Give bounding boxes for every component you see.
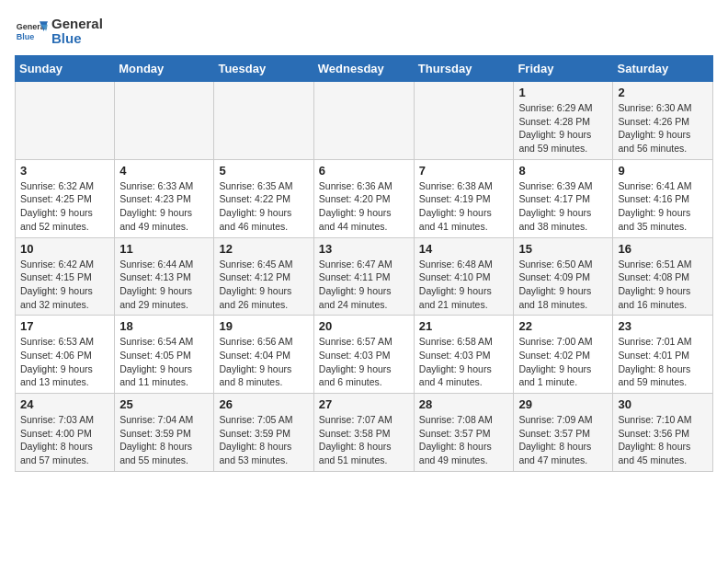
calendar-week-row: 10Sunrise: 6:42 AM Sunset: 4:15 PM Dayli…: [16, 237, 713, 316]
day-info: Sunrise: 6:54 AM Sunset: 4:05 PM Dayligh…: [119, 335, 209, 389]
calendar-cell: 26Sunrise: 7:05 AM Sunset: 3:59 PM Dayli…: [214, 394, 313, 472]
calendar-cell: 29Sunrise: 7:09 AM Sunset: 3:57 PM Dayli…: [514, 394, 613, 472]
day-info: Sunrise: 6:35 AM Sunset: 4:22 PM Dayligh…: [219, 179, 308, 234]
day-number: 22: [518, 319, 608, 333]
calendar-cell: 8Sunrise: 6:39 AM Sunset: 4:17 PM Daylig…: [514, 159, 613, 237]
calendar-cell: 1Sunrise: 6:29 AM Sunset: 4:28 PM Daylig…: [514, 82, 613, 160]
day-number: 10: [20, 242, 109, 256]
page-header: General Blue General Blue: [15, 15, 713, 48]
calendar-cell: [313, 82, 414, 160]
day-number: 13: [319, 242, 409, 256]
day-info: Sunrise: 7:00 AM Sunset: 4:02 PM Dayligh…: [518, 335, 608, 389]
calendar-cell: 9Sunrise: 6:41 AM Sunset: 4:16 PM Daylig…: [613, 159, 713, 237]
day-number: 1: [518, 86, 608, 99]
calendar-cell: 2Sunrise: 6:30 AM Sunset: 4:26 PM Daylig…: [613, 82, 713, 160]
svg-text:Blue: Blue: [17, 32, 35, 41]
day-info: Sunrise: 6:58 AM Sunset: 4:03 PM Dayligh…: [419, 335, 509, 389]
day-number: 15: [518, 242, 608, 256]
day-info: Sunrise: 6:50 AM Sunset: 4:09 PM Dayligh…: [518, 258, 608, 312]
day-info: Sunrise: 6:47 AM Sunset: 4:11 PM Dayligh…: [319, 258, 409, 312]
day-number: 19: [219, 319, 308, 333]
calendar-cell: 21Sunrise: 6:58 AM Sunset: 4:03 PM Dayli…: [414, 316, 514, 394]
day-number: 30: [618, 397, 708, 411]
day-number: 24: [20, 397, 109, 411]
day-number: 9: [618, 164, 708, 178]
day-number: 18: [119, 319, 209, 333]
day-info: Sunrise: 6:44 AM Sunset: 4:13 PM Dayligh…: [119, 258, 209, 312]
day-number: 16: [618, 242, 708, 256]
calendar-cell: 16Sunrise: 6:51 AM Sunset: 4:08 PM Dayli…: [613, 237, 713, 316]
calendar-cell: 6Sunrise: 6:36 AM Sunset: 4:20 PM Daylig…: [313, 159, 414, 237]
day-number: 3: [20, 164, 109, 178]
day-info: Sunrise: 7:04 AM Sunset: 3:59 PM Dayligh…: [119, 413, 209, 467]
calendar-week-row: 1Sunrise: 6:29 AM Sunset: 4:28 PM Daylig…: [16, 82, 713, 160]
calendar-week-row: 24Sunrise: 7:03 AM Sunset: 4:00 PM Dayli…: [16, 394, 713, 472]
calendar-cell: 24Sunrise: 7:03 AM Sunset: 4:00 PM Dayli…: [16, 394, 115, 472]
day-info: Sunrise: 7:03 AM Sunset: 4:00 PM Dayligh…: [20, 413, 109, 467]
weekday-header: Monday: [115, 56, 214, 82]
day-number: 12: [219, 242, 308, 256]
day-info: Sunrise: 6:53 AM Sunset: 4:06 PM Dayligh…: [20, 335, 109, 389]
calendar-cell: 15Sunrise: 6:50 AM Sunset: 4:09 PM Dayli…: [514, 237, 613, 316]
day-info: Sunrise: 6:51 AM Sunset: 4:08 PM Dayligh…: [618, 258, 708, 312]
day-number: 17: [20, 319, 109, 333]
logo: General Blue General Blue: [15, 15, 103, 48]
calendar-cell: 10Sunrise: 6:42 AM Sunset: 4:15 PM Dayli…: [16, 237, 115, 316]
logo-general: General: [51, 17, 103, 32]
day-info: Sunrise: 6:30 AM Sunset: 4:26 PM Dayligh…: [618, 101, 708, 155]
day-info: Sunrise: 7:05 AM Sunset: 3:59 PM Dayligh…: [219, 413, 308, 467]
day-number: 11: [119, 242, 209, 256]
day-info: Sunrise: 6:56 AM Sunset: 4:04 PM Dayligh…: [219, 335, 308, 389]
day-info: Sunrise: 6:33 AM Sunset: 4:23 PM Dayligh…: [119, 179, 209, 234]
calendar-cell: 23Sunrise: 7:01 AM Sunset: 4:01 PM Dayli…: [613, 316, 713, 394]
day-number: 4: [119, 164, 209, 178]
day-info: Sunrise: 6:42 AM Sunset: 4:15 PM Dayligh…: [20, 258, 109, 312]
day-number: 26: [219, 397, 308, 411]
calendar-cell: 30Sunrise: 7:10 AM Sunset: 3:56 PM Dayli…: [613, 394, 713, 472]
calendar-cell: 27Sunrise: 7:07 AM Sunset: 3:58 PM Dayli…: [313, 394, 414, 472]
day-info: Sunrise: 7:01 AM Sunset: 4:01 PM Dayligh…: [618, 335, 708, 389]
day-number: 8: [518, 164, 608, 178]
day-number: 25: [119, 397, 209, 411]
day-number: 2: [618, 86, 708, 99]
day-number: 20: [319, 319, 409, 333]
calendar-cell: 4Sunrise: 6:33 AM Sunset: 4:23 PM Daylig…: [115, 159, 214, 237]
weekday-header: Sunday: [16, 56, 115, 82]
calendar-cell: 11Sunrise: 6:44 AM Sunset: 4:13 PM Dayli…: [115, 237, 214, 316]
day-info: Sunrise: 6:32 AM Sunset: 4:25 PM Dayligh…: [20, 179, 109, 234]
calendar-cell: 22Sunrise: 7:00 AM Sunset: 4:02 PM Dayli…: [514, 316, 613, 394]
calendar-cell: 13Sunrise: 6:47 AM Sunset: 4:11 PM Dayli…: [313, 237, 414, 316]
day-info: Sunrise: 6:48 AM Sunset: 4:10 PM Dayligh…: [419, 258, 509, 312]
weekday-header: Saturday: [613, 56, 713, 82]
day-number: 14: [419, 242, 509, 256]
calendar-cell: 12Sunrise: 6:45 AM Sunset: 4:12 PM Dayli…: [214, 237, 313, 316]
day-info: Sunrise: 7:07 AM Sunset: 3:58 PM Dayligh…: [319, 413, 409, 467]
calendar-cell: 17Sunrise: 6:53 AM Sunset: 4:06 PM Dayli…: [16, 316, 115, 394]
day-info: Sunrise: 6:29 AM Sunset: 4:28 PM Dayligh…: [518, 101, 608, 155]
calendar-cell: [214, 82, 313, 160]
day-number: 29: [518, 397, 608, 411]
calendar-cell: 20Sunrise: 6:57 AM Sunset: 4:03 PM Dayli…: [313, 316, 414, 394]
day-number: 28: [419, 397, 509, 411]
day-info: Sunrise: 6:57 AM Sunset: 4:03 PM Dayligh…: [319, 335, 409, 389]
day-number: 6: [319, 164, 409, 178]
calendar-cell: 19Sunrise: 6:56 AM Sunset: 4:04 PM Dayli…: [214, 316, 313, 394]
day-info: Sunrise: 6:38 AM Sunset: 4:19 PM Dayligh…: [419, 179, 509, 234]
weekday-header: Tuesday: [214, 56, 313, 82]
calendar-cell: 5Sunrise: 6:35 AM Sunset: 4:22 PM Daylig…: [214, 159, 313, 237]
calendar-cell: 3Sunrise: 6:32 AM Sunset: 4:25 PM Daylig…: [16, 159, 115, 237]
day-number: 21: [419, 319, 509, 333]
weekday-header: Friday: [514, 56, 613, 82]
calendar-cell: 18Sunrise: 6:54 AM Sunset: 4:05 PM Dayli…: [115, 316, 214, 394]
day-info: Sunrise: 6:41 AM Sunset: 4:16 PM Dayligh…: [618, 179, 708, 234]
day-number: 5: [219, 164, 308, 178]
logo-icon: General Blue: [15, 15, 48, 48]
day-number: 23: [618, 319, 708, 333]
calendar-cell: [115, 82, 214, 160]
day-info: Sunrise: 7:09 AM Sunset: 3:57 PM Dayligh…: [518, 413, 608, 467]
day-info: Sunrise: 7:08 AM Sunset: 3:57 PM Dayligh…: [419, 413, 509, 467]
day-info: Sunrise: 6:45 AM Sunset: 4:12 PM Dayligh…: [219, 258, 308, 312]
logo-blue: Blue: [51, 31, 103, 47]
calendar-cell: 25Sunrise: 7:04 AM Sunset: 3:59 PM Dayli…: [115, 394, 214, 472]
calendar-cell: [414, 82, 514, 160]
